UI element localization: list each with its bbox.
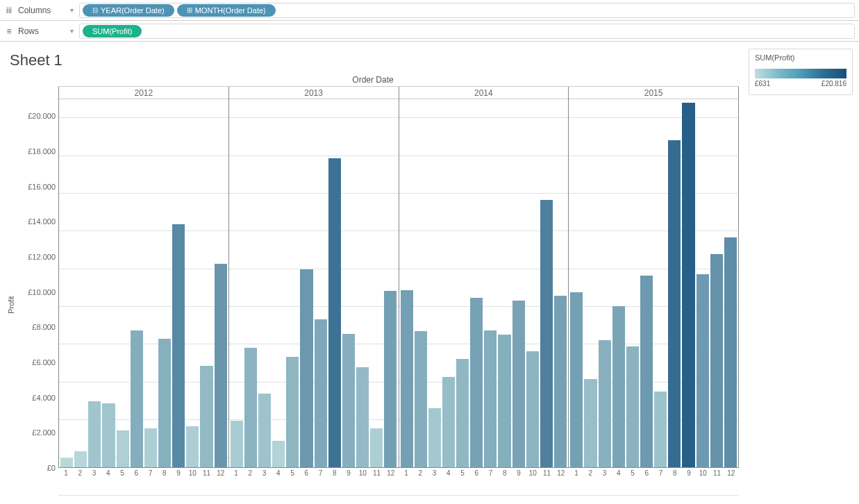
bar[interactable] (697, 274, 709, 467)
bar[interactable] (512, 301, 525, 467)
bar[interactable] (272, 441, 285, 467)
bar[interactable] (186, 426, 199, 467)
bar[interactable] (415, 331, 427, 467)
month-tick: 6 (130, 468, 142, 477)
field-pill[interactable]: SUM(Profit) (83, 25, 142, 37)
bar[interactable] (584, 379, 597, 467)
year-header[interactable]: 2012 (59, 87, 228, 99)
month-tick: 12 (215, 468, 227, 477)
sheet-title: Sheet 1 (10, 51, 739, 69)
bars-area (569, 99, 738, 467)
month-tick: 3 (258, 468, 271, 477)
month-labels: 123456789101112 (569, 468, 739, 477)
rows-pill-area[interactable]: SUM(Profit) (79, 24, 855, 39)
bar[interactable] (570, 292, 583, 467)
legend-panel: SUM(Profit) £631 £20.816 (743, 42, 859, 504)
month-tick: 9 (342, 468, 355, 477)
chevron-down-icon[interactable]: ▾ (70, 6, 74, 14)
month-tick: 8 (158, 468, 171, 477)
bar[interactable] (640, 276, 653, 467)
month-tick: 6 (640, 468, 653, 477)
bar[interactable] (144, 428, 157, 467)
bar[interactable] (682, 103, 694, 467)
bar[interactable] (88, 401, 101, 467)
month-tick: 2 (584, 468, 597, 477)
year-panel: 2014 (399, 87, 569, 467)
chevron-down-icon[interactable]: ▾ (70, 27, 74, 35)
year-header[interactable]: 2015 (569, 87, 738, 99)
legend-title: SUM(Profit) (755, 53, 847, 62)
month-tick: 4 (272, 468, 285, 477)
y-tick-label: £12.000 (28, 253, 56, 261)
field-pill[interactable]: ⊟YEAR(Order Date) (83, 4, 174, 17)
gridline (58, 495, 739, 496)
chart-panel: Sheet 1 Order Date Profit £0£2.000£4.000… (0, 42, 743, 504)
rows-shelf-label[interactable]: ≡ Rows ▾ (4, 26, 74, 36)
bar[interactable] (540, 200, 553, 467)
bar[interactable] (244, 348, 257, 467)
bar[interactable] (654, 392, 667, 467)
bar[interactable] (428, 408, 441, 467)
chart-wrap: Profit £0£2.000£4.000£6.000£8.000£10.000… (7, 86, 739, 496)
bar[interactable] (612, 306, 625, 467)
bar[interactable] (286, 357, 299, 467)
bar[interactable] (724, 237, 737, 467)
pill-label: MONTH(Order Date) (195, 6, 266, 15)
month-tick: 1 (230, 468, 242, 477)
bar[interactable] (626, 346, 639, 467)
bar[interactable] (526, 351, 539, 467)
bar[interactable] (117, 430, 129, 467)
columns-shelf-label[interactable]: iii Columns ▾ (4, 6, 74, 15)
bar[interactable] (484, 330, 497, 467)
rows-label-text: Rows (18, 26, 39, 36)
bar[interactable] (74, 451, 87, 467)
month-tick: 2 (74, 468, 86, 477)
bar[interactable] (384, 291, 397, 467)
bar[interactable] (215, 264, 227, 467)
bar[interactable] (456, 359, 469, 467)
bar[interactable] (258, 394, 271, 467)
bar[interactable] (554, 296, 567, 467)
bar[interactable] (231, 421, 243, 467)
bar[interactable] (401, 290, 413, 467)
month-tick: 11 (371, 468, 383, 477)
bar[interactable] (158, 339, 171, 468)
month-tick: 4 (102, 468, 115, 477)
bar[interactable] (498, 335, 510, 467)
columns-label-text: Columns (18, 6, 51, 15)
bar[interactable] (442, 377, 455, 467)
month-tick: 5 (456, 468, 469, 477)
bar[interactable] (370, 428, 383, 467)
year-header[interactable]: 2014 (399, 87, 569, 99)
month-tick: 6 (300, 468, 312, 477)
bar[interactable] (60, 458, 73, 467)
columns-pill-area[interactable]: ⊟YEAR(Order Date)⊞MONTH(Order Date) (79, 3, 855, 18)
bar[interactable] (470, 298, 483, 467)
color-legend[interactable]: SUM(Profit) £631 £20.816 (749, 49, 853, 95)
month-tick: 11 (711, 468, 724, 477)
bar[interactable] (356, 367, 369, 467)
bar[interactable] (200, 366, 212, 467)
y-tick-label: £0 (47, 464, 56, 472)
columns-shelf: iii Columns ▾ ⊟YEAR(Order Date)⊞MONTH(Or… (0, 0, 859, 21)
bar[interactable] (710, 254, 723, 467)
bar[interactable] (668, 140, 681, 467)
year-header[interactable]: 2013 (229, 87, 399, 99)
bar[interactable] (599, 340, 611, 467)
bar[interactable] (300, 269, 312, 467)
month-tick: 10 (356, 468, 369, 477)
y-axis: £0£2.000£4.000£6.000£8.000£10.000£12.000… (19, 86, 58, 496)
bar[interactable] (102, 403, 115, 467)
bar[interactable] (172, 224, 185, 467)
month-tick: 9 (683, 468, 695, 477)
bar[interactable] (131, 330, 143, 467)
bars-area (399, 99, 569, 467)
field-pill[interactable]: ⊞MONTH(Order Date) (177, 4, 276, 17)
year-panel: 2012 (58, 87, 228, 467)
plot-row: 2012201320142015 (58, 87, 739, 468)
bar[interactable] (328, 158, 341, 467)
legend-max: £20.816 (822, 80, 847, 87)
month-tick: 7 (144, 468, 157, 477)
bar[interactable] (315, 319, 327, 467)
bar[interactable] (342, 334, 355, 467)
